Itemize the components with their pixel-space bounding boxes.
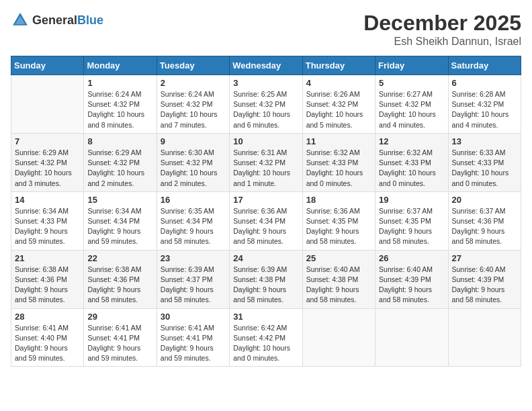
title-area: December 2025 Esh Sheikh Dannun, Israel — [363, 11, 521, 48]
month-title: December 2025 — [363, 11, 521, 36]
day-info: Sunrise: 6:32 AMSunset: 4:33 PMDaylight:… — [379, 148, 444, 189]
day-info: Sunrise: 6:24 AMSunset: 4:32 PMDaylight:… — [161, 89, 226, 130]
day-number: 19 — [379, 195, 444, 205]
day-cell: 28Sunrise: 6:41 AMSunset: 4:40 PMDayligh… — [11, 308, 84, 367]
week-row-1: 1Sunrise: 6:24 AMSunset: 4:32 PMDaylight… — [11, 75, 521, 134]
day-info: Sunrise: 6:26 AMSunset: 4:32 PMDaylight:… — [306, 89, 371, 130]
logo-text: GeneralBlue — [32, 13, 103, 28]
day-info: Sunrise: 6:27 AMSunset: 4:32 PMDaylight:… — [379, 89, 444, 130]
day-info: Sunrise: 6:40 AMSunset: 4:38 PMDaylight:… — [306, 265, 371, 306]
day-number: 1 — [87, 78, 152, 88]
day-cell: 8Sunrise: 6:29 AMSunset: 4:32 PMDaylight… — [84, 133, 157, 191]
day-cell: 13Sunrise: 6:33 AMSunset: 4:33 PMDayligh… — [448, 133, 521, 191]
day-info: Sunrise: 6:30 AMSunset: 4:32 PMDaylight:… — [161, 148, 226, 189]
day-cell: 27Sunrise: 6:40 AMSunset: 4:39 PMDayligh… — [448, 250, 521, 308]
day-info: Sunrise: 6:40 AMSunset: 4:39 PMDaylight:… — [379, 265, 444, 306]
day-number: 29 — [87, 312, 152, 322]
day-cell: 20Sunrise: 6:37 AMSunset: 4:36 PMDayligh… — [448, 191, 521, 250]
day-number: 21 — [15, 253, 80, 263]
week-row-5: 28Sunrise: 6:41 AMSunset: 4:40 PMDayligh… — [11, 308, 521, 367]
day-number: 30 — [161, 312, 226, 322]
day-info: Sunrise: 6:37 AMSunset: 4:36 PMDaylight:… — [452, 206, 517, 247]
day-number: 11 — [306, 136, 371, 146]
day-cell: 31Sunrise: 6:42 AMSunset: 4:42 PMDayligh… — [230, 308, 302, 367]
day-cell: 9Sunrise: 6:30 AMSunset: 4:32 PMDaylight… — [157, 133, 229, 191]
weekday-header-monday: Monday — [84, 56, 157, 75]
day-cell: 21Sunrise: 6:38 AMSunset: 4:36 PMDayligh… — [11, 250, 84, 308]
day-number: 2 — [161, 78, 226, 88]
day-cell: 5Sunrise: 6:27 AMSunset: 4:32 PMDaylight… — [375, 75, 448, 134]
day-info: Sunrise: 6:32 AMSunset: 4:33 PMDaylight:… — [306, 148, 371, 189]
weekday-header-sunday: Sunday — [11, 56, 84, 75]
logo-general: General — [32, 13, 77, 27]
day-number: 27 — [452, 253, 517, 263]
day-cell: 19Sunrise: 6:37 AMSunset: 4:35 PMDayligh… — [375, 191, 448, 250]
day-cell: 11Sunrise: 6:32 AMSunset: 4:33 PMDayligh… — [302, 133, 375, 191]
day-number: 8 — [87, 136, 152, 146]
day-cell: 1Sunrise: 6:24 AMSunset: 4:32 PMDaylight… — [84, 75, 157, 134]
weekday-header-friday: Friday — [375, 56, 448, 75]
day-number: 17 — [233, 195, 298, 205]
day-number: 25 — [306, 253, 371, 263]
day-info: Sunrise: 6:31 AMSunset: 4:32 PMDaylight:… — [233, 148, 298, 189]
day-cell — [375, 308, 448, 367]
day-cell: 15Sunrise: 6:34 AMSunset: 4:34 PMDayligh… — [84, 191, 157, 250]
day-number: 31 — [233, 312, 298, 322]
day-number: 16 — [161, 195, 226, 205]
header: GeneralBlue December 2025 Esh Sheikh Dan… — [11, 11, 521, 48]
day-info: Sunrise: 6:28 AMSunset: 4:32 PMDaylight:… — [452, 89, 517, 130]
day-cell: 17Sunrise: 6:36 AMSunset: 4:34 PMDayligh… — [230, 191, 302, 250]
day-number: 10 — [233, 136, 298, 146]
day-info: Sunrise: 6:41 AMSunset: 4:41 PMDaylight:… — [161, 323, 226, 364]
day-number: 15 — [87, 195, 152, 205]
day-cell — [11, 75, 84, 134]
day-cell: 16Sunrise: 6:35 AMSunset: 4:34 PMDayligh… — [157, 191, 229, 250]
day-number: 28 — [15, 312, 80, 322]
day-info: Sunrise: 6:41 AMSunset: 4:40 PMDaylight:… — [15, 323, 80, 364]
day-info: Sunrise: 6:24 AMSunset: 4:32 PMDaylight:… — [87, 89, 152, 130]
day-cell: 30Sunrise: 6:41 AMSunset: 4:41 PMDayligh… — [157, 308, 229, 367]
day-info: Sunrise: 6:25 AMSunset: 4:32 PMDaylight:… — [233, 89, 298, 130]
day-cell: 22Sunrise: 6:38 AMSunset: 4:36 PMDayligh… — [84, 250, 157, 308]
day-info: Sunrise: 6:39 AMSunset: 4:37 PMDaylight:… — [161, 265, 226, 306]
weekday-header-thursday: Thursday — [302, 56, 375, 75]
day-number: 20 — [452, 195, 517, 205]
day-cell: 4Sunrise: 6:26 AMSunset: 4:32 PMDaylight… — [302, 75, 375, 134]
day-info: Sunrise: 6:42 AMSunset: 4:42 PMDaylight:… — [233, 323, 298, 364]
day-cell: 3Sunrise: 6:25 AMSunset: 4:32 PMDaylight… — [230, 75, 302, 134]
day-info: Sunrise: 6:34 AMSunset: 4:34 PMDaylight:… — [87, 206, 152, 247]
day-number: 26 — [379, 253, 444, 263]
day-number: 9 — [161, 136, 226, 146]
day-info: Sunrise: 6:35 AMSunset: 4:34 PMDaylight:… — [161, 206, 226, 247]
day-info: Sunrise: 6:41 AMSunset: 4:41 PMDaylight:… — [87, 323, 152, 364]
day-number: 13 — [452, 136, 517, 146]
day-info: Sunrise: 6:36 AMSunset: 4:35 PMDaylight:… — [306, 206, 371, 247]
day-cell — [448, 308, 521, 367]
day-number: 12 — [379, 136, 444, 146]
weekday-header-row: SundayMondayTuesdayWednesdayThursdayFrid… — [11, 56, 521, 75]
day-number: 6 — [452, 78, 517, 88]
day-number: 4 — [306, 78, 371, 88]
day-cell: 23Sunrise: 6:39 AMSunset: 4:37 PMDayligh… — [157, 250, 229, 308]
day-number: 14 — [15, 195, 80, 205]
day-cell: 29Sunrise: 6:41 AMSunset: 4:41 PMDayligh… — [84, 308, 157, 367]
day-info: Sunrise: 6:33 AMSunset: 4:33 PMDaylight:… — [452, 148, 517, 189]
weekday-header-tuesday: Tuesday — [157, 56, 229, 75]
day-number: 22 — [87, 253, 152, 263]
day-cell: 2Sunrise: 6:24 AMSunset: 4:32 PMDaylight… — [157, 75, 229, 134]
day-info: Sunrise: 6:29 AMSunset: 4:32 PMDaylight:… — [87, 148, 152, 189]
day-cell: 7Sunrise: 6:29 AMSunset: 4:32 PMDaylight… — [11, 133, 84, 191]
logo: GeneralBlue — [11, 11, 103, 30]
week-row-2: 7Sunrise: 6:29 AMSunset: 4:32 PMDaylight… — [11, 133, 521, 191]
day-info: Sunrise: 6:40 AMSunset: 4:39 PMDaylight:… — [452, 265, 517, 306]
generalblue-logo-icon — [11, 11, 30, 30]
day-info: Sunrise: 6:38 AMSunset: 4:36 PMDaylight:… — [15, 265, 80, 306]
day-info: Sunrise: 6:38 AMSunset: 4:36 PMDaylight:… — [87, 265, 152, 306]
day-cell: 14Sunrise: 6:34 AMSunset: 4:33 PMDayligh… — [11, 191, 84, 250]
day-cell: 26Sunrise: 6:40 AMSunset: 4:39 PMDayligh… — [375, 250, 448, 308]
day-cell: 10Sunrise: 6:31 AMSunset: 4:32 PMDayligh… — [230, 133, 302, 191]
day-info: Sunrise: 6:34 AMSunset: 4:33 PMDaylight:… — [15, 206, 80, 247]
week-row-4: 21Sunrise: 6:38 AMSunset: 4:36 PMDayligh… — [11, 250, 521, 308]
day-cell — [302, 308, 375, 367]
day-info: Sunrise: 6:29 AMSunset: 4:32 PMDaylight:… — [15, 148, 80, 189]
